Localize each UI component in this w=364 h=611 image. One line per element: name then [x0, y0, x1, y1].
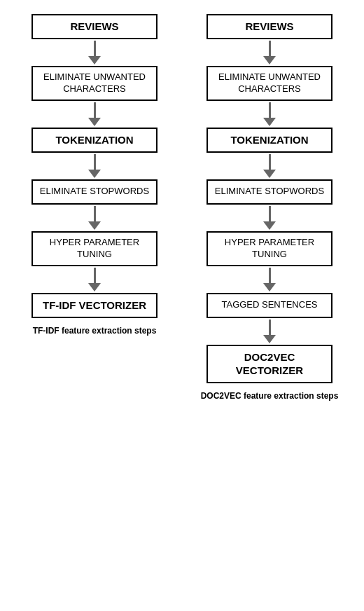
elim-stop-right-box: ELIMINATE STOPWORDS — [206, 179, 332, 205]
tokenization-left-label: TOKENIZATION — [55, 133, 133, 147]
elim-chars-right-label: ELIMINATE UNWANTED CHARACTERS — [214, 71, 326, 95]
reviews-left-box: REVIEWS — [31, 14, 158, 39]
arrow-4-right — [263, 206, 276, 230]
arrow-head — [263, 118, 276, 126]
elim-stop-left-box: ELIMINATE STOPWORDS — [31, 179, 158, 205]
arrow-2-right — [263, 102, 276, 126]
arrow-line — [269, 206, 271, 221]
tokenization-right-label: TOKENIZATION — [230, 133, 308, 147]
arrow-head — [263, 335, 276, 343]
arrow-2-left — [88, 102, 101, 126]
arrow-line — [269, 320, 271, 335]
tfidf-left-box: TF-IDF VECTORIZER — [31, 293, 158, 318]
tagged-right-box: TAGGED SENTENCES — [206, 293, 332, 318]
diagram-container: REVIEWS ELIMINATE UNWANTED CHARACTERS TO… — [0, 0, 364, 611]
reviews-left-label: REVIEWS — [70, 20, 118, 34]
left-column: REVIEWS ELIMINATE UNWANTED CHARACTERS TO… — [18, 14, 172, 336]
elim-chars-left-box: ELIMINATE UNWANTED CHARACTERS — [31, 66, 158, 101]
doc2vec-right-label: DOC2VEC VECTORIZER — [214, 350, 326, 378]
arrow-head — [263, 170, 276, 178]
tokenization-right-box: TOKENIZATION — [206, 128, 332, 153]
tagged-right-label: TAGGED SENTENCES — [221, 299, 317, 311]
hyper-left-label: HYPER PARAMETER TUNING — [38, 237, 150, 261]
arrow-5-right — [263, 268, 276, 291]
elim-chars-left-label: ELIMINATE UNWANTED CHARACTERS — [38, 71, 150, 95]
arrow-line — [94, 154, 96, 170]
hyper-left-box: HYPER PARAMETER TUNING — [31, 231, 158, 266]
arrow-6-right — [263, 320, 276, 343]
left-caption: TF-IDF feature extraction steps — [33, 325, 157, 337]
arrow-head — [88, 170, 101, 178]
elim-stop-left-label: ELIMINATE STOPWORDS — [40, 186, 149, 198]
arrow-line — [269, 268, 271, 283]
arrow-line — [94, 102, 96, 118]
elim-chars-right-box: ELIMINATE UNWANTED CHARACTERS — [206, 66, 332, 101]
arrow-line — [94, 41, 96, 56]
right-column: REVIEWS ELIMINATE UNWANTED CHARACTERS TO… — [192, 14, 346, 401]
arrow-4-left — [88, 206, 101, 230]
arrow-head — [88, 283, 101, 291]
arrow-line — [94, 206, 96, 221]
arrow-line — [269, 41, 271, 56]
right-caption: DOC2VEC feature extraction steps — [201, 390, 339, 402]
hyper-right-label: HYPER PARAMETER TUNING — [214, 237, 326, 261]
elim-stop-right-label: ELIMINATE STOPWORDS — [215, 186, 324, 198]
arrow-head — [263, 56, 276, 64]
arrow-head — [88, 118, 101, 126]
tfidf-left-label: TF-IDF VECTORIZER — [43, 298, 146, 313]
reviews-right-label: REVIEWS — [245, 20, 293, 34]
arrow-1-left — [88, 41, 101, 64]
arrow-3-left — [88, 154, 101, 178]
tokenization-left-box: TOKENIZATION — [31, 128, 158, 153]
arrow-head — [263, 221, 276, 230]
arrow-line — [269, 154, 271, 170]
arrow-5-left — [88, 268, 101, 291]
arrow-line — [94, 268, 96, 283]
arrow-head — [263, 283, 276, 291]
arrow-3-right — [263, 154, 276, 178]
arrow-line — [269, 102, 271, 118]
arrow-head — [88, 56, 101, 64]
arrow-1-right — [263, 41, 276, 64]
arrow-head — [88, 221, 101, 230]
doc2vec-right-box: DOC2VEC VECTORIZER — [206, 345, 332, 383]
reviews-right-box: REVIEWS — [206, 14, 332, 39]
hyper-right-box: HYPER PARAMETER TUNING — [206, 231, 332, 266]
